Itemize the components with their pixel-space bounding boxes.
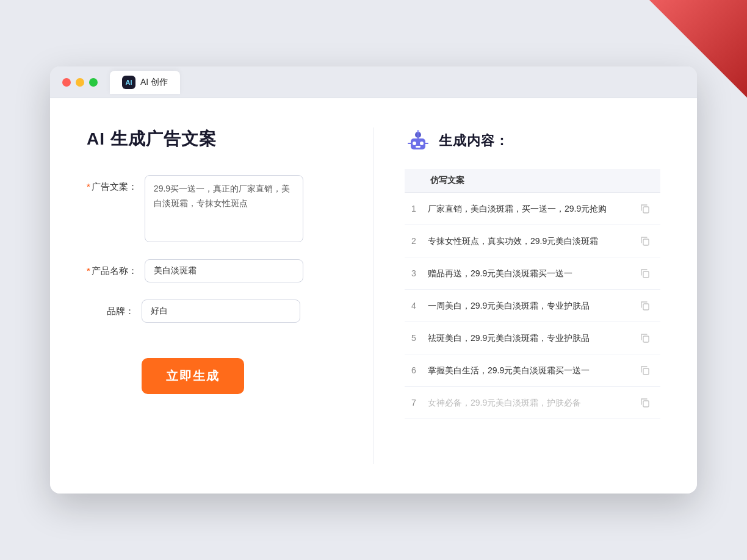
- row-text: 一周美白，29.9元美白淡斑霜，专业护肤品: [423, 290, 633, 322]
- row-number: 4: [405, 290, 423, 322]
- copy-button[interactable]: [638, 331, 652, 345]
- table-row: 7女神必备，29.9元美白淡斑霜，护肤必备: [405, 387, 660, 419]
- right-panel: 生成内容： 仿写文案 1厂家直销，美白淡斑霜，买一送一，29.9元抢购 2专抹女…: [380, 127, 660, 464]
- row-text: 掌握美白生活，29.9元美白淡斑霜买一送一: [423, 354, 633, 387]
- row-text: 专抹女性斑点，真实功效，29.9元美白淡斑霜: [423, 225, 633, 257]
- product-name-label: *产品名称：: [87, 259, 145, 277]
- row-number: 1: [405, 193, 423, 225]
- brand-label: 品牌：: [87, 300, 142, 317]
- svg-rect-4: [416, 146, 420, 148]
- row-text: 祛斑美白，29.9元美白淡斑霜，专业护肤品: [423, 322, 633, 354]
- svg-point-6: [417, 130, 419, 132]
- table-row: 3赠品再送，29.9元美白淡斑霜买一送一: [405, 257, 660, 290]
- row-number: 7: [405, 387, 423, 419]
- maximize-button[interactable]: [89, 78, 98, 87]
- copy-button[interactable]: [638, 298, 652, 313]
- required-star-2: *: [87, 265, 90, 276]
- copy-button[interactable]: [638, 266, 652, 281]
- minimize-button[interactable]: [76, 78, 84, 87]
- copy-button[interactable]: [638, 234, 652, 248]
- table-row: 4一周美白，29.9元美白淡斑霜，专业护肤品: [405, 290, 660, 322]
- main-content: AI 生成广告文案 *广告文案： 29.9买一送一，真正的厂家直销，美白淡斑霜，…: [50, 98, 697, 494]
- ad-copy-label: *广告文案：: [87, 175, 145, 193]
- robot-icon: [405, 127, 431, 154]
- ai-icon: AI: [122, 76, 135, 89]
- svg-point-2: [413, 142, 416, 145]
- brand-input[interactable]: [142, 300, 300, 323]
- svg-point-3: [420, 142, 424, 145]
- table-row: 5祛斑美白，29.9元美白淡斑霜，专业护肤品: [405, 322, 660, 354]
- copy-button[interactable]: [638, 395, 652, 410]
- page-title: AI 生成广告文案: [87, 127, 331, 151]
- row-number: 5: [405, 322, 423, 354]
- svg-rect-14: [643, 368, 649, 375]
- title-bar: AI AI 创作: [50, 66, 697, 98]
- copy-cell: [633, 225, 660, 257]
- svg-rect-11: [643, 271, 649, 278]
- panel-divider: [374, 127, 374, 464]
- result-title: 生成内容：: [439, 132, 509, 150]
- tab-label: AI 创作: [140, 77, 168, 88]
- browser-window: AI AI 创作 AI 生成广告文案 *广告文案： 29.9买一送一，真正的厂家…: [50, 66, 697, 494]
- window-controls: [62, 78, 98, 87]
- result-header: 生成内容：: [405, 127, 660, 154]
- svg-rect-15: [643, 401, 649, 407]
- row-text: 女神必备，29.9元美白淡斑霜，护肤必备: [423, 387, 633, 419]
- product-name-group: *产品名称：: [87, 259, 331, 282]
- left-panel: AI 生成广告文案 *广告文案： 29.9买一送一，真正的厂家直销，美白淡斑霜，…: [87, 127, 367, 464]
- svg-rect-12: [643, 304, 649, 310]
- brand-group: 品牌：: [87, 300, 331, 323]
- results-table: 仿写文案 1厂家直销，美白淡斑霜，买一送一，29.9元抢购 2专抹女性斑点，真实…: [405, 169, 660, 419]
- copy-cell: [633, 193, 660, 225]
- svg-rect-13: [643, 336, 649, 342]
- col-action: [633, 169, 660, 193]
- copy-cell: [633, 257, 660, 290]
- ad-copy-input[interactable]: 29.9买一送一，真正的厂家直销，美白淡斑霜，专抹女性斑点: [145, 175, 303, 242]
- ai-tab[interactable]: AI AI 创作: [110, 71, 180, 94]
- copy-cell: [633, 322, 660, 354]
- row-number: 2: [405, 225, 423, 257]
- svg-rect-9: [643, 207, 649, 213]
- row-number: 3: [405, 257, 423, 290]
- svg-rect-10: [643, 239, 649, 245]
- copy-button[interactable]: [638, 363, 652, 378]
- table-row: 1厂家直销，美白淡斑霜，买一送一，29.9元抢购: [405, 193, 660, 225]
- col-num: [405, 169, 423, 193]
- row-number: 6: [405, 354, 423, 387]
- required-star-1: *: [87, 181, 90, 192]
- row-text: 厂家直销，美白淡斑霜，买一送一，29.9元抢购: [423, 193, 633, 225]
- copy-button[interactable]: [638, 201, 652, 216]
- table-row: 6掌握美白生活，29.9元美白淡斑霜买一送一: [405, 354, 660, 387]
- copy-cell: [633, 290, 660, 322]
- ad-copy-group: *广告文案： 29.9买一送一，真正的厂家直销，美白淡斑霜，专抹女性斑点: [87, 175, 331, 242]
- table-row: 2专抹女性斑点，真实功效，29.9元美白淡斑霜: [405, 225, 660, 257]
- copy-cell: [633, 354, 660, 387]
- col-header: 仿写文案: [423, 169, 633, 193]
- generate-button[interactable]: 立即生成: [142, 358, 244, 394]
- product-name-input[interactable]: [145, 259, 303, 282]
- close-button[interactable]: [62, 78, 71, 87]
- row-text: 赠品再送，29.9元美白淡斑霜买一送一: [423, 257, 633, 290]
- copy-cell: [633, 387, 660, 419]
